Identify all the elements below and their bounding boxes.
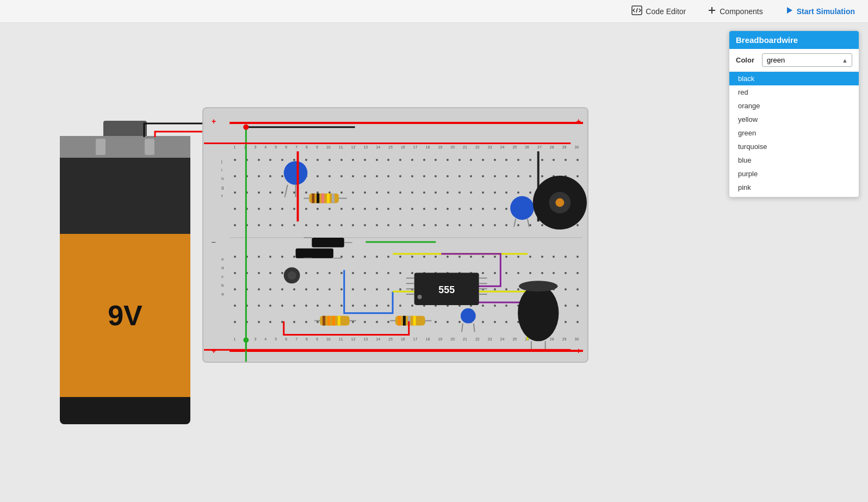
breadboard-dot — [364, 175, 366, 177]
breadboard-dot — [399, 159, 401, 161]
battery-body-orange: 9V — [60, 234, 190, 397]
breadboard-dot — [281, 159, 283, 161]
breadboard-dot — [246, 256, 248, 258]
color-option-purple[interactable]: purple — [729, 167, 859, 181]
breadboard-dot — [376, 208, 378, 210]
breadboard-dot — [553, 224, 555, 226]
color-select[interactable]: blackredorangeyellowgreenturquoisebluepu… — [762, 53, 852, 67]
breadboard-dot — [305, 272, 307, 274]
breadboard-dot — [293, 175, 295, 177]
breadboard-dot — [447, 272, 449, 274]
breadboard-dot — [565, 256, 567, 258]
breadboard-dot — [399, 288, 401, 290]
breadboard-dot — [269, 191, 271, 194]
breadboard-dot — [399, 305, 401, 307]
breadboard-dot — [435, 191, 437, 194]
breadboard-dot — [352, 305, 354, 307]
breadboard-dot — [352, 288, 354, 290]
breadboard-dot — [423, 208, 425, 210]
breadboard-dot — [576, 305, 579, 307]
breadboard-dot — [553, 272, 555, 274]
breadboard-dot — [293, 256, 295, 258]
components-button[interactable]: Components — [703, 4, 767, 19]
play-icon — [785, 6, 793, 17]
row-labels-top: jihgf — [221, 157, 224, 201]
breadboard-dot — [541, 175, 543, 177]
breadboard-dot — [494, 224, 496, 226]
breadboard-dot — [470, 321, 472, 323]
breadboard-dot — [246, 305, 248, 307]
breadboard-dot — [541, 321, 543, 323]
breadboard-dot — [352, 159, 354, 161]
breadboard-dot — [458, 305, 461, 307]
breadboard-dot — [234, 175, 236, 177]
breadboard-dot — [293, 191, 295, 194]
color-option-black[interactable]: black — [729, 72, 859, 85]
breadboard-dot — [411, 256, 413, 258]
breadboard-dot — [399, 321, 401, 323]
color-option-green[interactable]: green — [729, 126, 859, 140]
color-option-red[interactable]: red — [729, 85, 859, 99]
breadboard-dot — [387, 191, 389, 194]
breadboard-dot — [447, 159, 449, 161]
start-simulation-button[interactable]: Start Simulation — [780, 4, 859, 19]
breadboard-dot — [258, 256, 260, 258]
breadboard-dot — [435, 321, 437, 323]
breadboard-dot — [246, 321, 248, 323]
plus-label-bot-right: + — [576, 346, 581, 355]
breadboard-dot — [305, 256, 307, 258]
breadboard-dot — [387, 305, 389, 307]
breadboard-dot — [505, 175, 507, 177]
breadboard-dot — [387, 208, 389, 210]
breadboard-dot — [340, 321, 343, 323]
breadboard-dot — [494, 175, 496, 177]
breadboard-dot — [435, 288, 437, 290]
breadboard-dot — [423, 159, 425, 161]
battery-label: 9V — [108, 299, 142, 332]
breadboard-dot — [505, 191, 507, 194]
breadboard-dot — [482, 208, 484, 210]
color-option-blue[interactable]: blue — [729, 153, 859, 167]
color-option-turquoise[interactable]: turquoise — [729, 140, 859, 153]
breadboard-dot — [376, 191, 378, 194]
breadboard-dot — [281, 321, 283, 323]
breadboard-dot — [435, 256, 437, 258]
breadboard-dot — [328, 256, 331, 258]
breadboard-dot — [470, 272, 472, 274]
color-option-yellow[interactable]: yellow — [729, 113, 859, 126]
battery-pin-left — [96, 139, 106, 155]
breadboard-dot — [494, 256, 496, 258]
breadboard-dot — [364, 159, 366, 161]
breadboard-dot — [328, 159, 331, 161]
breadboard-dot — [364, 224, 366, 226]
breadboard-dot — [458, 256, 461, 258]
breadboard-dot — [458, 175, 461, 177]
breadboard-dot — [246, 272, 248, 274]
breadboard-dot — [517, 288, 519, 290]
color-option-orange[interactable]: orange — [729, 99, 859, 113]
color-option-brown[interactable]: brown — [729, 194, 859, 197]
breadboard-dot — [458, 208, 461, 210]
breadboard-dot — [340, 272, 343, 274]
breadboard-dot — [505, 288, 507, 290]
breadboard-dot — [565, 305, 567, 307]
breadboard-dot — [281, 175, 283, 177]
breadboard-dot — [258, 272, 260, 274]
breadboard-dot — [423, 305, 425, 307]
breadboard-dot — [269, 208, 271, 210]
breadboard-dot — [576, 321, 579, 323]
breadboard-dot — [340, 191, 343, 194]
breadboard-dot — [364, 321, 366, 323]
breadboard-dot — [293, 224, 295, 226]
color-option-pink[interactable]: pink — [729, 181, 859, 194]
breadboard-dot — [494, 288, 496, 290]
breadboard-dot — [517, 305, 519, 307]
breadboard-dot — [352, 256, 354, 258]
breadboard-dot — [340, 288, 343, 290]
breadboard-dot — [317, 191, 319, 194]
breadboard-dot — [246, 224, 248, 226]
row-labels-bot: edcba — [221, 255, 224, 299]
code-editor-button[interactable]: Code Editor — [627, 3, 690, 20]
breadboard-dot — [435, 305, 437, 307]
breadboard-dot — [565, 288, 567, 290]
